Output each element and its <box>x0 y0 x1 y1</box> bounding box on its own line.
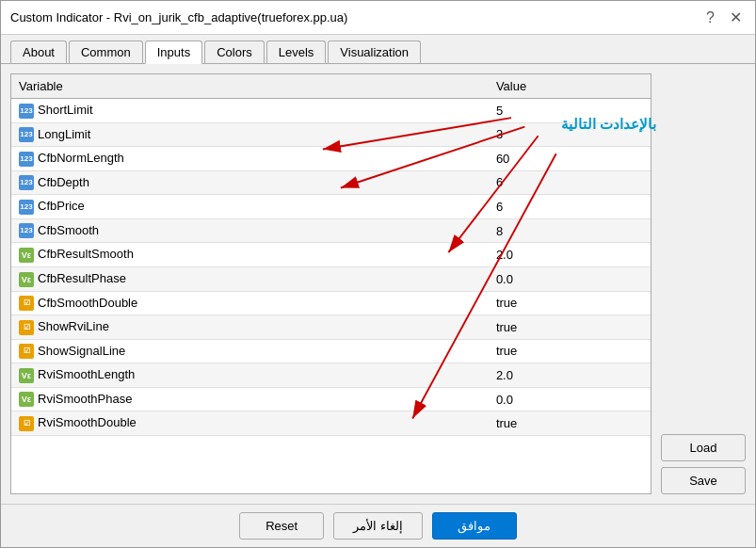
tab-visualization[interactable]: Visualization <box>328 40 421 63</box>
tab-about[interactable]: About <box>10 40 67 63</box>
variables-table-container: Variable Value 123ShortLimit5123LongLimi… <box>10 73 651 494</box>
table-row[interactable]: ☑RviSmoothDoubletrue <box>11 411 651 436</box>
cell-value: 5 <box>489 99 651 123</box>
cell-variable: 123CfbDepth <box>11 170 489 195</box>
cell-variable: 123LongLimit <box>11 122 489 147</box>
cell-value: 3 <box>489 122 651 147</box>
table-row[interactable]: 123CfbPrice6 <box>11 195 651 219</box>
row-type-icon: 123 <box>19 175 34 190</box>
cell-value: 6 <box>489 170 651 195</box>
row-type-icon: 123 <box>19 200 34 215</box>
table-row[interactable]: 123CfbNormLength60 <box>11 147 651 171</box>
side-buttons: Load Save <box>661 73 746 494</box>
row-type-icon: Vε <box>19 272 34 287</box>
cell-variable: ☑ShowSignalLine <box>11 339 489 363</box>
cell-variable: ☑ShowRviLine <box>11 315 489 340</box>
cell-variable: ☑RviSmoothDouble <box>11 411 489 436</box>
row-type-icon: Vε <box>19 368 34 383</box>
variables-table: Variable Value 123ShortLimit5123LongLimi… <box>11 74 651 436</box>
table-row[interactable]: 123LongLimit3 <box>11 122 651 147</box>
cell-value: 8 <box>489 218 651 243</box>
row-type-icon: 123 <box>19 104 34 119</box>
cell-value: 2.0 <box>489 363 651 388</box>
cell-value: true <box>489 339 651 363</box>
cell-variable: 123CfbSmooth <box>11 218 489 243</box>
help-button[interactable]: ? <box>702 8 718 26</box>
title-bar-buttons: ? ✕ <box>702 8 746 26</box>
cell-value: 2.0 <box>489 243 651 267</box>
row-type-icon: 123 <box>19 127 34 142</box>
cell-value: 60 <box>489 147 651 171</box>
cell-variable: ☑CfbSmoothDouble <box>11 291 489 315</box>
load-button[interactable]: Load <box>661 434 746 461</box>
cell-variable: 123CfbNormLength <box>11 147 489 171</box>
table-row[interactable]: ☑CfbSmoothDoubletrue <box>11 291 651 315</box>
col-header-value: Value <box>489 74 651 99</box>
table-row[interactable]: 123CfbDepth6 <box>11 170 651 195</box>
close-button[interactable]: ✕ <box>726 8 746 26</box>
row-type-icon: ☑ <box>19 416 34 431</box>
tab-common[interactable]: Common <box>69 40 143 63</box>
title-bar: Custom Indicator - Rvi_on_jurik_cfb_adap… <box>1 1 755 35</box>
cell-value: true <box>489 411 651 436</box>
col-header-variable: Variable <box>11 74 489 99</box>
tab-inputs[interactable]: Inputs <box>145 40 202 64</box>
table-row[interactable]: VεCfbResultSmooth2.0 <box>11 243 651 267</box>
cell-value: 0.0 <box>489 266 651 291</box>
table-row[interactable]: ☑ShowSignalLinetrue <box>11 339 651 363</box>
cell-variable: VεCfbResultPhase <box>11 266 489 291</box>
cell-value: 0.0 <box>489 387 651 411</box>
cell-variable: VεRviSmoothLength <box>11 363 489 388</box>
table-row[interactable]: VεCfbResultPhase0.0 <box>11 266 651 291</box>
cell-variable: VεRviSmoothPhase <box>11 387 489 411</box>
tab-levels[interactable]: Levels <box>266 40 327 63</box>
row-type-icon: Vε <box>19 248 34 263</box>
cell-value: true <box>489 291 651 315</box>
main-window: Custom Indicator - Rvi_on_jurik_cfb_adap… <box>0 0 756 548</box>
save-button[interactable]: Save <box>661 467 746 494</box>
row-type-icon: 123 <box>19 152 34 167</box>
ok-button[interactable]: موافق <box>432 512 517 540</box>
table-row[interactable]: VεRviSmoothPhase0.0 <box>11 387 651 411</box>
row-type-icon: 123 <box>19 223 34 238</box>
table-row[interactable]: 123CfbSmooth8 <box>11 218 651 243</box>
cell-variable: 123ShortLimit <box>11 99 489 123</box>
row-type-icon: ☑ <box>19 320 34 335</box>
reset-button[interactable]: Reset <box>239 512 324 540</box>
cell-value: true <box>489 315 651 340</box>
window-title: Custom Indicator - Rvi_on_jurik_cfb_adap… <box>10 10 347 24</box>
bottom-bar: Reset إلغاء الأمر موافق <box>1 504 755 547</box>
tab-colors[interactable]: Colors <box>204 40 265 63</box>
cell-value: 6 <box>489 195 651 219</box>
tab-bar: About Common Inputs Colors Levels Visual… <box>1 35 755 64</box>
table-row[interactable]: VεRviSmoothLength2.0 <box>11 363 651 388</box>
cancel-button[interactable]: إلغاء الأمر <box>333 512 423 540</box>
row-type-icon: ☑ <box>19 296 34 311</box>
row-type-icon: Vε <box>19 392 34 407</box>
table-row[interactable]: 123ShortLimit5 <box>11 99 651 123</box>
cell-variable: 123CfbPrice <box>11 195 489 219</box>
content-area: Variable Value 123ShortLimit5123LongLimi… <box>1 64 755 504</box>
cell-variable: VεCfbResultSmooth <box>11 243 489 267</box>
row-type-icon: ☑ <box>19 344 34 359</box>
table-row[interactable]: ☑ShowRviLinetrue <box>11 315 651 340</box>
